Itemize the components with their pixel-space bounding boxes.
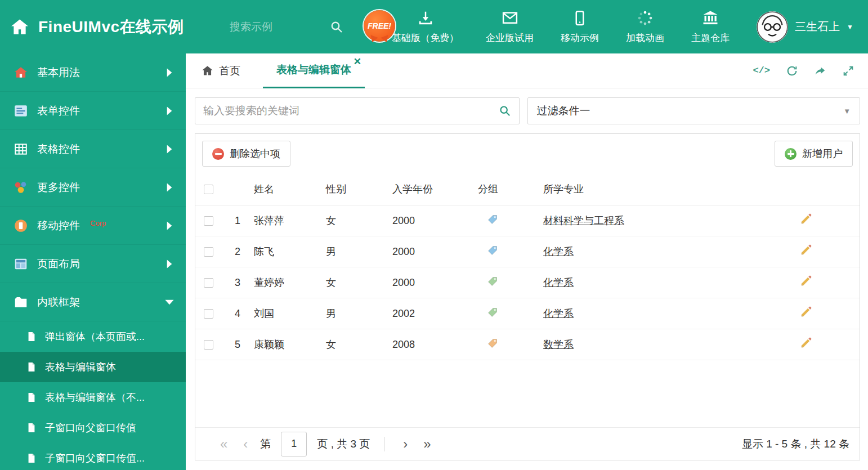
page-number-input[interactable] bbox=[281, 432, 307, 456]
major-link[interactable]: 数学系 bbox=[543, 339, 574, 350]
divider bbox=[384, 437, 385, 451]
nav-item-mobile-examples[interactable]: 移动示例 bbox=[547, 10, 612, 44]
sidebar: 基本用法 表单控件 表格控件 更多控件 移动控件 Corp bbox=[0, 53, 186, 470]
corp-badge: Corp bbox=[90, 219, 106, 227]
next-page-button[interactable]: › bbox=[395, 437, 415, 451]
year-cell: 2000 bbox=[387, 277, 472, 289]
sidebar-item-label: 基本用法 bbox=[37, 65, 80, 80]
share-icon[interactable] bbox=[814, 65, 826, 77]
nav-item-label: 主题仓库 bbox=[691, 32, 730, 44]
year-cell: 2002 bbox=[387, 308, 472, 320]
sidebar-item-more-controls[interactable]: 更多控件 bbox=[0, 168, 186, 207]
delete-selected-button[interactable]: 删除选中项 bbox=[202, 141, 290, 167]
file-icon bbox=[26, 392, 37, 403]
code-icon[interactable]: </> bbox=[753, 65, 770, 76]
app-header: FineUIMvc在线示例 FREE! 基础版（免费） 企业版试用 移动示例 bbox=[0, 0, 868, 53]
header-search-input[interactable] bbox=[230, 21, 314, 33]
edit-button[interactable] bbox=[799, 337, 812, 352]
pencil-icon bbox=[799, 306, 812, 319]
add-user-button[interactable]: 新增用户 bbox=[775, 141, 853, 167]
app-window: FineUIMvc在线示例 FREE! 基础版（免费） 企业版试用 移动示例 bbox=[0, 0, 868, 470]
sidebar-subitem-label: 表格与编辑窗体 bbox=[45, 360, 116, 374]
major-link[interactable]: 化学系 bbox=[543, 246, 574, 257]
keyword-search-input[interactable] bbox=[203, 105, 499, 117]
column-header-year: 入学年份 bbox=[387, 182, 472, 196]
sidebar-item-iframe[interactable]: 内联框架 bbox=[0, 283, 186, 321]
sidebar-subitem-child-to-parent-alt[interactable]: 子窗口向父窗口传值... bbox=[0, 443, 186, 470]
home-icon bbox=[10, 17, 29, 37]
sidebar-item-label: 表单控件 bbox=[37, 104, 80, 118]
gender-cell: 男 bbox=[320, 307, 387, 320]
header-search bbox=[230, 20, 352, 34]
row-checkbox[interactable] bbox=[204, 247, 213, 257]
file-icon bbox=[26, 453, 37, 464]
name-cell: 董婷婷 bbox=[248, 276, 320, 289]
table-header-row: 姓名 性别 入学年份 分组 所学专业 bbox=[195, 173, 860, 205]
form-icon bbox=[14, 104, 28, 118]
name-cell: 张萍萍 bbox=[248, 214, 320, 227]
tab-home[interactable]: 首页 bbox=[196, 64, 246, 78]
record-summary: 显示 1 - 5 条 , 共 12 条 bbox=[742, 437, 849, 451]
add-user-label: 新增用户 bbox=[802, 147, 843, 160]
column-header-name: 姓名 bbox=[248, 182, 320, 196]
edit-button[interactable] bbox=[799, 213, 812, 229]
user-name: 三生石上 bbox=[795, 19, 840, 34]
tab-grid-edit-window[interactable]: 表格与编辑窗体 ✕ bbox=[263, 53, 365, 88]
nav-item-theme-repo[interactable]: 主题仓库 bbox=[678, 10, 743, 44]
edit-button[interactable] bbox=[799, 244, 812, 259]
sidebar-subitem-grid-edit-window[interactable]: 表格与编辑窗体 bbox=[0, 352, 186, 382]
row-index: 4 bbox=[235, 308, 248, 320]
mobile-circle-icon bbox=[14, 218, 28, 233]
nav-item-enterprise-trial[interactable]: 企业版试用 bbox=[472, 10, 547, 44]
bank-icon bbox=[702, 10, 719, 26]
row-checkbox[interactable] bbox=[204, 340, 213, 350]
row-checkbox[interactable] bbox=[204, 278, 213, 288]
row-index: 2 bbox=[235, 246, 248, 258]
sidebar-subitem-popup-window[interactable]: 弹出窗体（本页面或... bbox=[0, 321, 186, 352]
sidebar-item-grid-controls[interactable]: 表格控件 bbox=[0, 130, 186, 168]
close-icon[interactable]: ✕ bbox=[354, 57, 361, 66]
filter-dropdown[interactable]: 过滤条件一 ▼ bbox=[527, 97, 860, 124]
nav-item-loading-animations[interactable]: 加载动画 bbox=[612, 10, 678, 44]
sidebar-subitem-grid-edit-window-alt[interactable]: 表格与编辑窗体（不... bbox=[0, 382, 186, 413]
sidebar-item-form-controls[interactable]: 表单控件 bbox=[0, 92, 186, 130]
user-menu[interactable]: 三生石上 ▼ bbox=[757, 11, 868, 43]
sidebar-subitem-child-to-parent[interactable]: 子窗口向父窗口传值 bbox=[0, 413, 186, 443]
search-icon[interactable] bbox=[499, 105, 511, 117]
row-checkbox[interactable] bbox=[204, 216, 213, 226]
column-header-major: 所学专业 bbox=[538, 182, 791, 196]
layout-icon bbox=[14, 257, 28, 271]
sidebar-item-basic-usage[interactable]: 基本用法 bbox=[0, 53, 186, 92]
gender-cell: 女 bbox=[320, 276, 387, 289]
row-checkbox[interactable] bbox=[204, 309, 213, 319]
chevron-right-icon bbox=[162, 65, 177, 80]
gender-cell: 女 bbox=[320, 338, 387, 351]
nav-item-basic-edition[interactable]: FREE! 基础版（免费） bbox=[378, 10, 472, 44]
file-icon bbox=[26, 361, 37, 373]
tag-icon bbox=[487, 214, 498, 225]
tab-label: 表格与编辑窗体 bbox=[276, 62, 351, 77]
brand[interactable]: FineUIMvc在线示例 bbox=[0, 16, 230, 38]
prev-page-button[interactable]: ‹ bbox=[235, 437, 256, 451]
expand-icon[interactable] bbox=[842, 65, 854, 77]
first-page-button[interactable]: « bbox=[212, 437, 235, 451]
major-link[interactable]: 材料科学与工程系 bbox=[543, 215, 624, 226]
table-icon bbox=[14, 142, 28, 156]
tab-bar: 首页 表格与编辑窗体 ✕ </> bbox=[186, 53, 868, 88]
sidebar-item-mobile-controls[interactable]: 移动控件 Corp bbox=[0, 207, 186, 245]
search-icon[interactable] bbox=[330, 20, 343, 34]
select-all-checkbox[interactable] bbox=[204, 185, 213, 194]
tab-tools: </> bbox=[753, 65, 854, 77]
filter-dropdown-value: 过滤条件一 bbox=[537, 104, 590, 118]
nav-item-label: 加载动画 bbox=[626, 32, 664, 44]
sidebar-subitem-label: 弹出窗体（本页面或... bbox=[45, 330, 145, 343]
sidebar-item-page-layout[interactable]: 页面布局 bbox=[0, 245, 186, 283]
edit-button[interactable] bbox=[799, 306, 812, 321]
major-link[interactable]: 化学系 bbox=[543, 277, 574, 288]
edit-button[interactable] bbox=[799, 275, 812, 290]
name-cell: 陈飞 bbox=[248, 245, 320, 258]
nav-item-label: 企业版试用 bbox=[486, 32, 534, 44]
major-link[interactable]: 化学系 bbox=[543, 308, 574, 319]
refresh-icon[interactable] bbox=[786, 65, 798, 77]
last-page-button[interactable]: » bbox=[415, 437, 439, 451]
